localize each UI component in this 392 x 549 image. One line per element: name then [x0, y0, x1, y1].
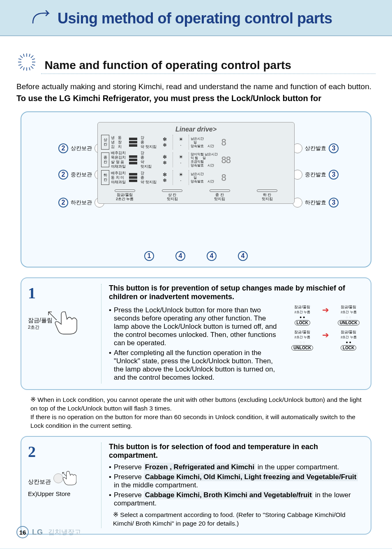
block2-heading: This button is for selection of food and… [109, 443, 364, 460]
callout-number: 4 [175, 251, 185, 261]
control-panel-diagram: 2 상칸보관 2 중칸보관 2 하칸보관 상칸발효 3 [21, 111, 371, 268]
lcd-row: 하 칸배추김치 동 치 미 야채과일강 중 약 맛지킴✻❄☀·남은시간 일 망속… [101, 170, 291, 185]
hand-pointer-icon [60, 471, 76, 489]
block-number: 1 [28, 284, 94, 302]
intro-bold-text: To use the LG Kimchi Refrigerator, you m… [16, 94, 376, 103]
callout-number: 4 [207, 251, 217, 261]
diag-label: 잠금/풀림 [287, 304, 318, 310]
lcd-panel: Linear drive> 상 칸냉 동 냉 장 김 치강 중 약 맛지킴✻❄☀… [97, 122, 295, 204]
b2-b3-hl: Cabbage Kimchi, Broth Kimchi and Vegetab… [144, 491, 313, 499]
callout-number: 4 [238, 251, 248, 261]
callout-label: 중칸보관 [71, 171, 92, 178]
block1-note: ※ When in Lock condition, you cannot ope… [30, 396, 367, 430]
callout-label: 중칸발효 [305, 171, 326, 178]
sunburst-icon [16, 52, 37, 72]
block1-heading: This button is for prevention of setup c… [109, 284, 364, 301]
callout-number: 3 [329, 170, 339, 180]
block1-bullet2: After completing all the function operat… [114, 349, 283, 382]
swoosh-icon [32, 10, 53, 24]
svg-line-7 [20, 66, 23, 69]
lock-pill: LOCK [341, 345, 356, 351]
lcd-row: 상 칸냉 동 냉 장 김 치강 중 약 맛지킴✻❄☀·남은시간 일 망속발효 시… [101, 135, 291, 150]
arrow-right-icon: ➔ [322, 330, 329, 340]
panel-bottom-button: 하 칸맛지킴 [255, 187, 279, 202]
callout-number: 2 [58, 143, 68, 153]
description-block-1: 1 잠금/풀림 2초간 This button is for preventio… [21, 277, 371, 390]
block-number: 2 [28, 443, 94, 461]
brand-logo: LG [32, 528, 43, 537]
callout-number: 3 [329, 198, 339, 208]
unlock-pill: UNLOCK [291, 345, 313, 351]
callout-label: 하칸보관 [71, 199, 92, 206]
block2-note: ※ Select a compartment according to food… [113, 511, 364, 528]
arrow-right-icon: ➔ [322, 304, 329, 315]
page-number: 16 [16, 526, 29, 538]
dotted-divider [41, 74, 376, 74]
callout-number: 2 [58, 170, 68, 180]
svg-line-6 [31, 55, 33, 58]
svg-line-13 [18, 65, 21, 65]
b2-b3-pre: Preserve [114, 491, 142, 499]
section-title: Name and function of operating control p… [44, 59, 291, 72]
hand-pointer-icon [44, 308, 81, 337]
diag-sub: 2초간 누름 [333, 335, 364, 339]
svg-line-12 [18, 59, 21, 60]
page-title: Using method of operating control parts [58, 10, 376, 27]
intro-text: Before actually making and storing Kimch… [16, 82, 376, 91]
callout-number: 2 [58, 198, 68, 208]
svg-line-15 [32, 65, 35, 65]
block1-bullet1: Press the Lock/Unlock button for more th… [114, 306, 283, 347]
b2-b2-post: in the middle compartment. [114, 481, 198, 489]
callout-number: 1 [144, 251, 154, 261]
svg-line-14 [32, 59, 35, 60]
diag-label: 잠금/풀림 [287, 330, 318, 335]
lcd-row: 중 칸배추김치 묵은김치 살 얼 음 야채과일강 중 약 맛지킴✻❄☀·많이익힘… [101, 151, 291, 169]
callout-label: 하칸발효 [305, 199, 326, 206]
svg-line-5 [31, 66, 33, 69]
diag-sub: 2초간 누름 [287, 335, 318, 339]
diag-label: 잠금/풀림 [333, 304, 364, 310]
callout-number: 3 [329, 143, 339, 153]
panel-brand: Linear drive> [101, 126, 291, 133]
description-block-2: 2 상칸보관 Ex)Upper Store This button is for… [21, 436, 371, 535]
b2-b1-pre: Preserve [114, 463, 142, 471]
diag-sub: 2초간 누름 [333, 310, 364, 314]
panel-bottom-button: 중 칸맛지킴 [208, 187, 232, 202]
svg-line-11 [29, 67, 30, 70]
callout-label: 상칸발효 [305, 145, 326, 152]
panel-bottom-button: 상 칸맛지킴 [160, 187, 184, 202]
svg-line-9 [29, 54, 30, 57]
svg-line-4 [20, 55, 23, 58]
panel-bottom-button: 잠금/풀림2초간 누름 [113, 187, 137, 202]
example-label: Ex)Upper Store [28, 490, 94, 497]
page-footer: 16 LG 김치냉장고 [16, 526, 81, 538]
b2-b1-post: in the upper compartment. [258, 463, 339, 471]
svg-line-10 [23, 67, 24, 70]
diag-sub: 2초간 누름 [287, 310, 318, 314]
lock-pill: LOCK [295, 320, 310, 325]
unlock-pill: UNLOCK [338, 320, 360, 325]
svg-line-8 [23, 54, 24, 57]
upper-store-label-kr: 상칸보관 [28, 478, 51, 486]
b2-b1-hl: Frozen , Refrigerated and Kimchi [144, 463, 256, 471]
callout-label: 상칸보관 [71, 145, 92, 152]
diag-label: 잠금/풀림 [333, 330, 364, 335]
b2-b2-hl: Cabbage Kimchi, Old Kimchi, Light freezi… [144, 473, 358, 481]
brand-product: 김치냉장고 [48, 528, 81, 537]
b2-b2-pre: Preserve [114, 473, 142, 481]
